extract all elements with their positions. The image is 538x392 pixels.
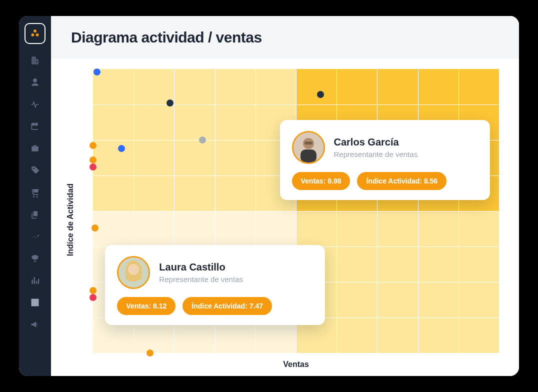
- svg-rect-6: [304, 142, 312, 144]
- tooltip-laura[interactable]: Laura Castillo Representante de ventas V…: [105, 245, 325, 325]
- trophy-icon[interactable]: [30, 253, 40, 264]
- data-point[interactable]: [166, 100, 174, 106]
- svg-point-0: [34, 30, 36, 32]
- data-point[interactable]: [118, 145, 125, 152]
- building-icon[interactable]: [30, 55, 40, 66]
- analytics-icon[interactable]: [30, 297, 40, 308]
- scatter-plot[interactable]: Carlos García Representante de ventas Ve…: [93, 69, 499, 353]
- svg-point-9: [128, 264, 139, 275]
- data-point[interactable]: [317, 91, 324, 98]
- data-point[interactable]: [92, 224, 98, 232]
- data-point[interactable]: [199, 136, 206, 144]
- main-content: Diagrama actividad / ventas Indíce de Ac…: [51, 16, 519, 376]
- x-axis-label: Ventas: [93, 353, 499, 371]
- cart-icon[interactable]: [30, 187, 40, 198]
- svg-point-1: [31, 34, 34, 36]
- pulse-icon[interactable]: [30, 99, 40, 110]
- avatar: [117, 256, 150, 289]
- person-role: Representante de ventas: [159, 275, 243, 284]
- ventas-pill: Ventas: 8.12: [117, 297, 176, 315]
- person-name: Carlos García: [334, 136, 418, 148]
- data-point[interactable]: [146, 350, 154, 356]
- data-point[interactable]: [90, 156, 96, 164]
- indice-pill: Índice Actividad: 7.47: [182, 297, 272, 315]
- svg-point-2: [36, 34, 39, 36]
- svg-rect-5: [300, 150, 316, 162]
- briefcase-icon[interactable]: [30, 143, 40, 154]
- app-window: Diagrama actividad / ventas Indíce de Ac…: [19, 16, 519, 376]
- tag-icon[interactable]: [30, 165, 40, 176]
- user-icon[interactable]: [30, 77, 40, 88]
- trend-icon[interactable]: [30, 231, 40, 242]
- tooltip-carlos[interactable]: Carlos García Representante de ventas Ve…: [280, 120, 490, 200]
- copy-icon[interactable]: [30, 209, 40, 220]
- page-header: Diagrama actividad / ventas: [51, 16, 519, 59]
- data-point[interactable]: [90, 294, 96, 301]
- data-point[interactable]: [90, 142, 96, 149]
- avatar: [292, 131, 325, 164]
- data-point[interactable]: [94, 68, 100, 76]
- chart-container: Indíce de Actividad: [51, 59, 519, 376]
- calendar-icon[interactable]: [30, 121, 40, 132]
- quadrant-bottom-right: [296, 211, 499, 353]
- person-name: Laura Castillo: [159, 262, 243, 273]
- app-logo[interactable]: [24, 23, 46, 44]
- data-point[interactable]: [90, 164, 96, 170]
- page-title: Diagrama actividad / ventas: [71, 29, 499, 46]
- bar-chart-icon[interactable]: [30, 275, 40, 286]
- sidebar: [19, 16, 51, 376]
- data-point[interactable]: [90, 287, 96, 294]
- person-role: Representante de ventas: [334, 150, 418, 158]
- megaphone-icon[interactable]: [30, 319, 40, 330]
- y-axis-label: Indíce de Actividad: [66, 184, 75, 256]
- ventas-pill: Ventas: 9.98: [292, 172, 350, 190]
- indice-pill: Índice Actividad: 8.56: [357, 172, 446, 190]
- quadrant-top-left: [93, 69, 296, 211]
